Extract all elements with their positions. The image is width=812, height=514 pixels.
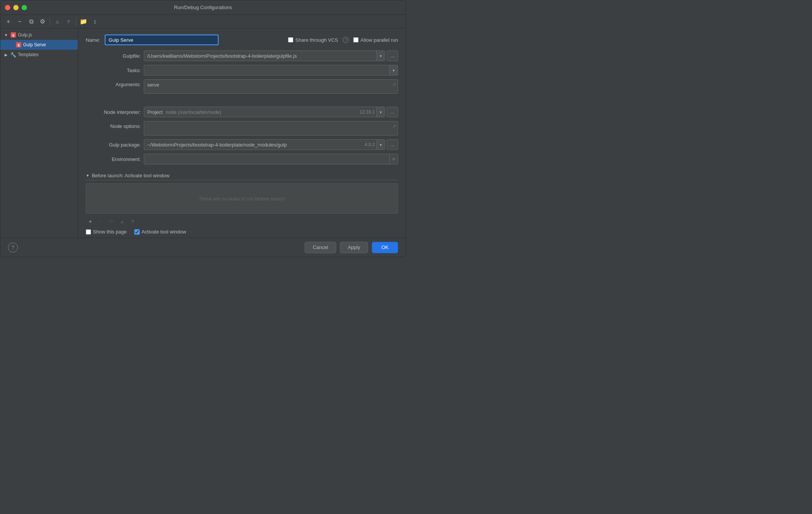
show-page-checkbox[interactable]: [86, 229, 91, 235]
before-launch-header: ▼ Before launch: Activate tool window: [86, 173, 398, 180]
gulpfile-label: Gulpfile:: [86, 53, 141, 59]
before-launch-title: Before launch: Activate tool window: [92, 173, 170, 178]
wrench-icon: 🔧: [10, 52, 16, 58]
gulp-package-dropdown-btn[interactable]: ▾: [376, 140, 385, 150]
before-launch-edit-btn[interactable]: ✏: [107, 217, 116, 226]
sidebar-label-templates: Templates: [18, 52, 39, 57]
header-controls: Share through VCS ? Allow parallel run: [288, 37, 398, 43]
main-window: Run/Debug Configurations + − ⧉ ⚙ ▲ ▼ 📁 ↕…: [0, 0, 406, 257]
environment-field-wrapper: ≡: [144, 154, 398, 164]
tasks-input-wrapper: ▾: [144, 65, 398, 76]
gulp-package-version: 4.0.2: [365, 142, 376, 147]
parallel-run-label: Allow parallel run: [360, 37, 398, 43]
before-launch-section: ▼ Before launch: Activate tool window Th…: [86, 173, 398, 235]
expand-icon[interactable]: ⤢: [393, 81, 396, 87]
tree-arrow-templates: ▶: [3, 52, 9, 57]
node-interpreter-input: Project node (/usr/local/bin/node) 12.16…: [144, 107, 385, 117]
before-launch-up-btn[interactable]: ▲: [118, 217, 127, 226]
sidebar-label-gulp-serve: Gulp Serve: [23, 42, 46, 47]
node-options-label: Node options:: [86, 121, 141, 129]
apply-button[interactable]: Apply: [340, 242, 368, 253]
close-button[interactable]: [5, 5, 10, 10]
show-page-label: Show this page: [93, 229, 127, 235]
add-config-button[interactable]: +: [3, 17, 13, 27]
tasks-label: Tasks:: [86, 68, 141, 73]
node-interpreter-label: Node interpreter:: [86, 109, 141, 115]
tasks-field: ▾: [144, 65, 398, 76]
parallel-run-checkbox[interactable]: [353, 37, 359, 43]
arguments-value: serve: [147, 81, 159, 88]
gulp-package-path: ~/WebstormProjects/bootstrap-4-boilerpla…: [144, 142, 365, 148]
toolbar-separator-1: [50, 18, 50, 25]
node-interpreter-row: Node interpreter: Project node (/usr/loc…: [86, 107, 398, 117]
cancel-button[interactable]: Cancel: [305, 242, 336, 253]
sidebar-item-templates[interactable]: ▶ 🔧 Templates: [0, 50, 78, 60]
share-vcs-wrapper: Share through VCS: [288, 37, 338, 43]
main-content: ▼ g Gulp.js g Gulp Serve ▶ 🔧: [0, 28, 406, 238]
node-interpreter-field-wrapper: Project node (/usr/local/bin/node) 12.16…: [144, 107, 398, 117]
gulp-package-browse-btn[interactable]: …: [387, 139, 398, 150]
gulpfile-input[interactable]: [144, 53, 376, 59]
gulpfile-dropdown-btn[interactable]: ▾: [376, 51, 385, 61]
before-launch-down-btn[interactable]: ▼: [128, 217, 137, 226]
environment-input: ≡: [144, 154, 398, 164]
environment-browse-btn[interactable]: ≡: [389, 154, 398, 164]
titlebar: Run/Debug Configurations: [0, 0, 406, 15]
window-title: Run/Debug Configurations: [174, 5, 232, 10]
minimize-button[interactable]: [13, 5, 19, 10]
share-vcs-label: Share through VCS: [295, 37, 338, 43]
node-interpreter-path: node (/usr/local/bin/node): [165, 109, 359, 115]
activate-window-checkbox[interactable]: [134, 229, 140, 235]
arguments-field: serve ⤢: [144, 79, 398, 94]
name-input[interactable]: [105, 35, 219, 45]
node-interpreter-version: 12.16.1: [360, 109, 376, 115]
node-options-expand-icon[interactable]: ⤢: [393, 123, 396, 129]
gulp-icon: g: [10, 32, 16, 38]
folder-button[interactable]: 📁: [79, 17, 88, 27]
vcs-help-icon[interactable]: ?: [343, 37, 349, 43]
copy-config-button[interactable]: ⧉: [26, 17, 36, 27]
before-launch-content: There are no tasks to run before launch: [86, 183, 398, 214]
share-vcs-checkbox[interactable]: [288, 37, 293, 43]
gulp-package-label: Gulp package:: [86, 142, 141, 148]
sort-button[interactable]: ↕: [90, 17, 100, 27]
before-launch-collapse-arrow[interactable]: ▼: [86, 173, 90, 178]
before-launch-remove-btn[interactable]: −: [96, 217, 105, 226]
before-launch-add-btn[interactable]: +: [86, 217, 95, 226]
sidebar: ▼ g Gulp.js g Gulp Serve ▶ 🔧: [0, 28, 78, 238]
show-page-wrapper: Show this page: [86, 229, 127, 235]
before-launch-toolbar: + − ✏ ▲ ▼: [86, 217, 398, 226]
arrow-up-button[interactable]: ▲: [52, 17, 62, 27]
tasks-input[interactable]: [144, 68, 389, 73]
no-tasks-text: There are no tasks to run before launch: [199, 196, 285, 202]
tasks-dropdown-btn[interactable]: ▾: [389, 65, 398, 75]
toolbar: + − ⧉ ⚙ ▲ ▼ 📁 ↕: [0, 15, 406, 28]
remove-config-button[interactable]: −: [15, 17, 25, 27]
node-options-row: Node options: ⤢: [86, 121, 398, 136]
node-interpreter-dropdown-btn[interactable]: ▾: [376, 107, 385, 117]
ok-button[interactable]: OK: [372, 242, 398, 253]
parallel-run-wrapper: Allow parallel run: [353, 37, 398, 43]
footer-buttons: Cancel Apply OK: [305, 242, 398, 253]
arrow-down-button[interactable]: ▼: [64, 17, 74, 27]
gulp-package-field-wrapper: ~/WebstormProjects/bootstrap-4-boilerpla…: [144, 139, 398, 150]
gulp-serve-icon: g: [16, 42, 22, 48]
footer: ? Cancel Apply OK: [0, 238, 406, 257]
gulpfile-browse-btn[interactable]: …: [387, 50, 398, 61]
node-options-input-wrapper: ⤢: [144, 121, 398, 136]
tasks-row: Tasks: ▾: [86, 65, 398, 76]
settings-button[interactable]: ⚙: [38, 17, 47, 27]
node-interpreter-browse-btn[interactable]: …: [387, 107, 398, 117]
gulp-package-row: Gulp package: ~/WebstormProjects/bootstr…: [86, 139, 398, 150]
sidebar-item-gulp-js[interactable]: ▼ g Gulp.js: [0, 30, 78, 40]
tree-arrow-gulp-js: ▼: [3, 32, 9, 38]
sidebar-item-gulp-serve[interactable]: g Gulp Serve: [0, 40, 78, 50]
gulp-package-input: ~/WebstormProjects/bootstrap-4-boilerpla…: [144, 139, 385, 150]
maximize-button[interactable]: [22, 5, 27, 10]
window-controls: [5, 5, 27, 10]
arguments-row: Arguments: serve ⤢: [86, 79, 398, 94]
toolbar-separator-2: [76, 18, 76, 25]
help-button[interactable]: ?: [8, 243, 18, 252]
node-options-field: ⤢: [144, 121, 398, 136]
checkboxes-row: Show this page Activate tool window: [86, 229, 398, 235]
